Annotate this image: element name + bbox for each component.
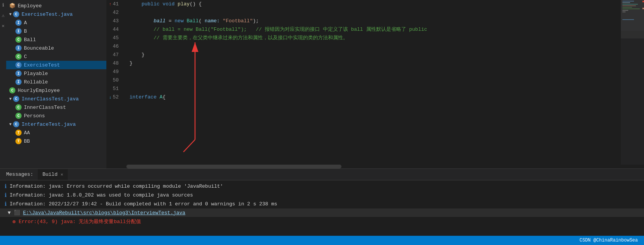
code-line-42[interactable] [126,8,621,17]
line-num-text-47: 47 [113,51,119,59]
build-row-1: ℹInformation: javac 1.8.0_202 was used t… [0,191,644,200]
type-icon-rollable: I [15,79,22,85]
type-icon-bb: T [15,138,22,144]
type-icon-b: I [15,28,22,34]
line-number-51: 51 [106,85,122,93]
type-icon-a: I [15,20,22,26]
sidebar-label-playable: Playable [24,71,48,77]
type-icon-ball: C [15,37,22,43]
sidebar-item-hourlyemployee[interactable]: CHourlyEmployee [6,86,106,95]
build-msg-3: Information: 2022/12/27 19:42 - Build co… [10,201,277,207]
left-icon-bar: ℹ ⚠ ✕ [0,0,6,168]
sidebar-label-rollable: Rollable [24,79,48,85]
minimap [621,0,644,165]
sidebar-label-employee: Employee [18,3,42,9]
code-line-46[interactable] [126,42,621,51]
arrow-interfacetest-java: ▼ [9,122,12,127]
build-tab-label: Build [42,172,57,177]
line-num-text-49: 49 [113,68,119,76]
type-icon-exercisetest: C [15,62,22,68]
sidebar-item-c[interactable]: CC [6,52,106,61]
sidebar-label-c: C [24,54,27,60]
nav-icon-3[interactable]: ✕ [1,22,5,30]
sidebar-item-exercisetest[interactable]: CExerciseTest [6,61,106,69]
line-number-43: 43 [106,17,122,25]
line-numbers: ↑4142434445464748495051↓52 [106,0,126,165]
sidebar-item-bounceable[interactable]: IBounceable [6,44,106,52]
line-number-49: 49 [106,68,122,76]
code-line-44[interactable]: // ball = new Ball("Football"); // 报错因为对… [126,25,621,34]
code-line-50[interactable] [126,76,621,85]
code-line-52[interactable]: interface A{ [126,93,621,102]
messages-label: Messages: [3,170,36,179]
line-num-text-51: 51 [113,85,119,93]
sidebar-item-bb[interactable]: TBB [6,137,106,145]
svg-rect-14 [642,8,644,9]
sidebar-item-innerclasstest-java[interactable]: ▼CInnerClassTest.java [6,95,106,103]
build-msg-2: Information: javac 1.8.0_202 was used to… [10,192,193,198]
line-number-48: 48 [106,59,122,68]
nav-icon-1[interactable]: ℹ [2,2,5,9]
nav-icon-2[interactable]: ⚠ [1,12,5,19]
code-line-51[interactable] [126,85,621,93]
type-icon-exercisetest-java: C [13,11,19,17]
build-output: ℹInformation: java: Errors occurred whil… [0,180,644,236]
info-icon-1: ℹ [5,183,7,190]
panel-tabs: Messages: Build ✕ [0,169,644,180]
sidebar-item-employee[interactable]: 📦Employee [6,2,106,10]
sidebar-item-ball[interactable]: CBall [6,35,106,44]
build-tab[interactable]: Build ✕ [38,169,68,180]
type-icon-aa: T [15,130,22,136]
type-icon-playable: I [15,70,22,77]
line-number-45: 45 [106,34,122,42]
line-number-42: 42 [106,8,122,17]
build-row-2: ℹInformation: 2022/12/27 19:42 - Build c… [0,200,644,208]
code-line-43[interactable]: ball = new Ball( name: "Football"); [126,17,621,25]
svg-rect-13 [642,1,644,2]
sidebar-label-hourlyemployee: HourlyEmployee [18,88,60,93]
sidebar-label-b: B [24,28,27,34]
file-icon: ⬛ [14,210,20,216]
sidebar-label-bb: BB [24,138,30,144]
sidebar-label-exercisetest-java: ExerciseTest.java [22,12,73,17]
line-num-text-42: 42 [113,8,119,17]
line-number-50: 50 [106,76,122,85]
build-row-4: ⊗Error:(43, 9) java: 无法为最终变量ball分配值 [0,217,644,226]
build-msg-1: Information: java: Errors occurred while… [10,183,223,189]
line-number-52: ↓52 [106,93,122,102]
sidebar-item-exercisetest-java[interactable]: ▼CExerciseTest.java [6,10,106,18]
sidebar-item-persons[interactable]: CPersons [6,112,106,120]
type-icon-innerclasstest: C [15,104,22,110]
sidebar-label-ball: Ball [24,37,36,43]
code-line-49[interactable] [126,68,621,76]
code-line-41[interactable]: public void play() { [126,0,621,8]
file-expand-icon: ▼ [8,210,11,216]
file-path[interactable]: E:\Java\JavaRebuilt\src\blogs\blog3\Inte… [23,210,185,216]
code-content[interactable]: public void play() { ball = new Ball( na… [126,0,621,165]
bottom-panel: Messages: Build ✕ ℹInformation: java: Er… [0,168,644,236]
sidebar-item-playable[interactable]: IPlayable [6,69,106,78]
sidebar-item-a[interactable]: IA [6,18,106,27]
sidebar-label-persons: Persons [24,113,45,119]
type-icon-interfacetest-java: C [13,121,19,127]
sidebar-label-innerclasstest: InnerClassTest [24,105,66,110]
build-row-0: ℹInformation: java: Errors occurred whil… [0,182,644,191]
info-icon-3: ℹ [5,201,7,207]
code-line-47[interactable]: } [126,51,621,59]
info-icon-2: ℹ [5,192,7,198]
sidebar-item-rollable[interactable]: IRollable [6,78,106,86]
sidebar-label-aa: AA [24,130,30,136]
error-msg: Error:(43, 9) java: 无法为最终变量ball分配值 [18,218,141,225]
line-num-text-52: 52 [113,93,119,102]
code-line-48[interactable]: } [126,59,621,68]
sidebar-item-innerclasstest[interactable]: CInnerClassTest [6,103,106,112]
sidebar-item-b[interactable]: IB [6,27,106,35]
status-bar: CSDN @ChinaRainbowSea [0,236,644,245]
error-icon: ⊗ [12,218,15,225]
build-tab-close[interactable]: ✕ [61,172,63,177]
sidebar-item-interfacetest-java[interactable]: ▼CInterfaceTest.java [6,120,106,128]
type-icon-innerclasstest-java: C [13,96,19,102]
code-line-45[interactable]: // 需要主要类，在父类中继承过来的方法和属性，以及接口中实现的类的方法和属性。 [126,34,621,42]
sidebar-item-aa[interactable]: TAA [6,128,106,137]
type-icon-c: C [15,53,22,60]
